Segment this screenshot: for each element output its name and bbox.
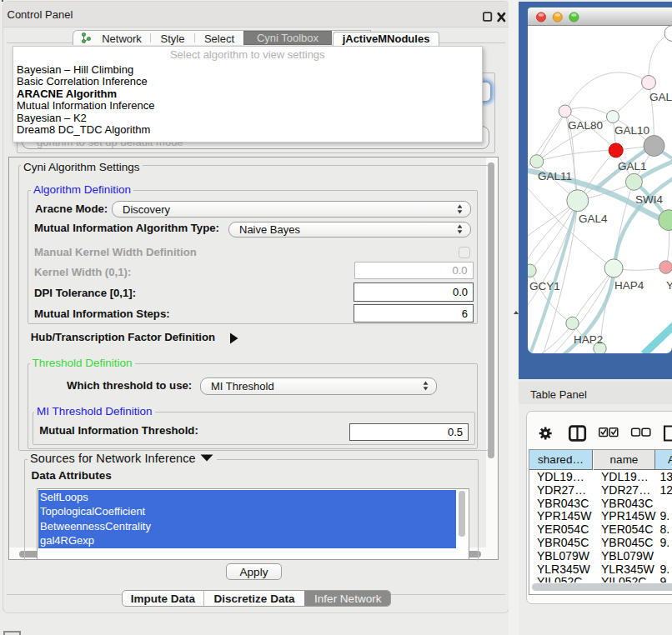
svg-text:Y: Y <box>666 279 672 292</box>
svg-text:HAP4: HAP4 <box>614 279 644 292</box>
svg-text:GAL10: GAL10 <box>614 124 649 137</box>
svg-text:GCY1: GCY1 <box>529 280 560 292</box>
svg-text:SWI4: SWI4 <box>635 193 663 206</box>
svg-text:HAP2: HAP2 <box>574 333 603 346</box>
svg-text:GAL80: GAL80 <box>568 119 603 132</box>
svg-text:GAL4: GAL4 <box>579 212 608 225</box>
svg-text:GAL11: GAL11 <box>538 170 572 182</box>
svg-text:GAL1: GAL1 <box>618 160 647 172</box>
svg-text:GAL2: GAL2 <box>649 91 672 103</box>
